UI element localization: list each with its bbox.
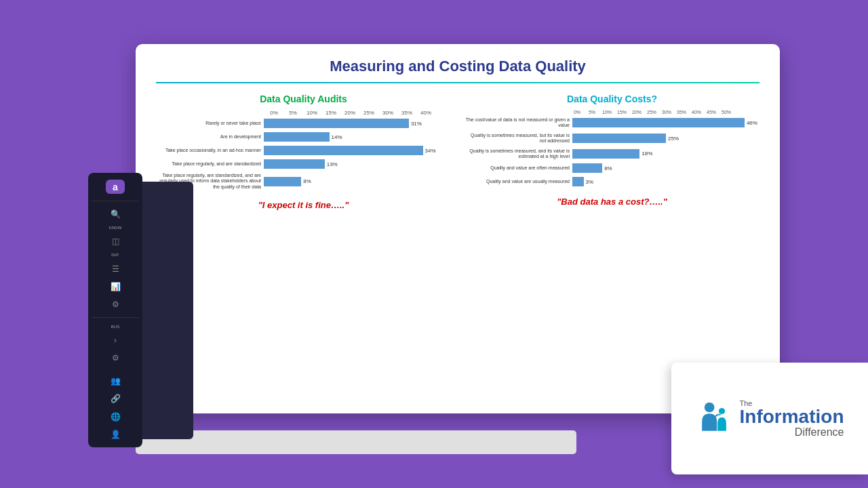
sidebar-icon-data[interactable]: ◫: [107, 235, 123, 247]
svg-point-0: [704, 403, 714, 413]
axis-5: 5%: [283, 110, 302, 116]
right-bar-track-4: 3%: [572, 177, 760, 186]
right-bar-value-0: 46%: [747, 120, 757, 126]
left-bar-track-4: 8%: [264, 177, 451, 186]
right-bar-row-0: The cost/value of data is not measured o…: [465, 117, 760, 129]
left-bar-value-2: 34%: [425, 148, 436, 154]
sidebar-logo[interactable]: a: [106, 180, 125, 194]
sidebar: a 🔍 KNOW ◫ DAT ☰ 📊 ⚙ BUS › ⚙ 👥 🔗 🌐 👤: [88, 173, 142, 447]
right-bar-label-0: The cost/value of data is not measured o…: [465, 117, 570, 129]
right-bar-fill-0: [572, 118, 745, 127]
left-bar-label-1: Are in development: [156, 134, 261, 140]
right-chart-axis: 0% 5% 10% 15% 20% 25% 30% 35% 40% 45% 50…: [570, 110, 760, 115]
left-bar-fill-0: [264, 119, 409, 128]
left-chart-axis: 0% 5% 10% 15% 20% 25% 30% 35% 40%: [264, 110, 451, 116]
right-bar-value-1: 25%: [668, 136, 679, 142]
sidebar-divider: [92, 201, 139, 201]
right-bar-track-0: 46%: [572, 118, 760, 127]
raxis-40: 40%: [689, 110, 704, 115]
left-bar-fill-3: [264, 159, 325, 169]
raxis-0: 0%: [570, 110, 585, 115]
sidebar-icon-settings[interactable]: ⚙: [107, 298, 123, 310]
slide-container: Measuring and Costing Data Quality Data …: [136, 44, 780, 413]
sidebar-label-dat: DAT: [111, 253, 119, 257]
left-bar-fill-4: [264, 177, 301, 186]
raxis-30: 30%: [659, 110, 674, 115]
sidebar-icon-network[interactable]: 🌐: [107, 411, 123, 423]
right-quote: "Bad data has a cost?…..": [465, 197, 760, 207]
raxis-45: 45%: [704, 110, 719, 115]
axis-20: 20%: [340, 110, 359, 116]
right-bar-row-2: Quality is sometimes measured, and its v…: [465, 148, 760, 160]
left-quote: "I expect it is fine…..": [156, 200, 451, 210]
right-bar-row-3: Quality and value are often measured 8%: [465, 163, 760, 173]
right-bar-track-1: 25%: [572, 134, 760, 143]
left-bar-row-2: Take place occasionally, in an ad-hoc ma…: [156, 146, 451, 155]
right-bar-fill-1: [572, 134, 666, 143]
raxis-35: 35%: [674, 110, 689, 115]
sidebar-icon-expand2[interactable]: ⚙: [107, 352, 123, 364]
charts-row: Data Quality Audits 0% 5% 10% 15% 20% 25…: [156, 94, 760, 210]
right-bar-row-1: Quality is sometimes measured, but its v…: [465, 133, 760, 144]
left-bar-row-1: Are in development 14%: [156, 132, 451, 142]
axis-35: 35%: [397, 110, 416, 116]
left-bar-row-0: Rarely or never take place 31%: [156, 119, 451, 128]
left-bar-track-1: 14%: [264, 132, 451, 142]
right-bar-label-1: Quality is sometimes measured, but its v…: [465, 133, 570, 144]
right-bar-row-4: Quality and value are usually measured 3…: [465, 177, 760, 186]
right-bar-value-2: 18%: [642, 150, 652, 157]
sidebar-icon-expand1[interactable]: ›: [107, 334, 123, 346]
right-bar-chart: The cost/value of data is not measured o…: [465, 117, 760, 186]
svg-point-1: [718, 408, 724, 414]
slide-divider: [156, 82, 760, 83]
sidebar-icon-link[interactable]: 🔗: [107, 392, 123, 405]
axis-10: 10%: [302, 110, 321, 116]
raxis-15: 15%: [614, 110, 629, 115]
sidebar-icon-search[interactable]: 🔍: [107, 208, 123, 220]
sidebar-label-bus: BUS: [111, 325, 119, 329]
left-bar-label-0: Rarely or never take place: [156, 121, 261, 126]
left-bar-value-0: 31%: [411, 121, 422, 127]
left-bar-row-3: Take place regularly, and are standardiz…: [156, 159, 451, 169]
slide-title: Measuring and Costing Data Quality: [156, 58, 760, 75]
right-bar-value-4: 3%: [586, 179, 594, 185]
raxis-50: 50%: [719, 110, 734, 115]
sidebar-divider-2: [92, 317, 139, 318]
sidebar-icon-chart[interactable]: 📊: [107, 281, 123, 293]
left-bar-value-4: 8%: [303, 178, 311, 184]
left-chart: Data Quality Audits 0% 5% 10% 15% 20% 25…: [156, 94, 451, 210]
right-chart-title: Data Quality Costs?: [465, 94, 760, 104]
bottom-bar: [136, 430, 576, 454]
sidebar-icon-users[interactable]: 👥: [107, 375, 123, 387]
raxis-5: 5%: [585, 110, 599, 115]
sidebar-label-know: KNOW: [109, 226, 122, 230]
left-bar-label-3: Take place regularly, and are standardiz…: [156, 161, 261, 167]
left-bar-value-1: 14%: [332, 134, 342, 140]
left-bar-fill-1: [264, 132, 330, 142]
right-bar-fill-3: [572, 163, 602, 173]
logo-information-text: Information: [740, 407, 844, 426]
right-bar-label-4: Quality and value are usually measured: [465, 179, 570, 184]
sidebar-icon-list[interactable]: ☰: [107, 262, 123, 274]
right-bar-label-3: Quality and value are often measured: [465, 165, 570, 171]
raxis-20: 20%: [629, 110, 644, 115]
info-diff-icon: [696, 400, 733, 437]
axis-25: 25%: [359, 110, 378, 116]
logo-figure: The Information Difference: [696, 399, 844, 439]
left-bar-track-0: 31%: [264, 119, 451, 128]
right-chart: Data Quality Costs? 0% 5% 10% 15% 20% 25…: [465, 94, 760, 210]
left-bar-fill-2: [264, 146, 423, 155]
sidebar-icon-user[interactable]: 👤: [107, 428, 123, 441]
axis-15: 15%: [321, 110, 340, 116]
left-chart-title: Data Quality Audits: [156, 94, 451, 104]
right-bar-fill-2: [572, 149, 639, 159]
raxis-25: 25%: [644, 110, 659, 115]
axis-0: 0%: [264, 110, 283, 116]
axis-40: 40%: [416, 110, 435, 116]
left-bar-chart: Rarely or never take place 31% Are in de…: [156, 119, 451, 190]
left-bar-track-2: 34%: [264, 146, 451, 155]
logo-text-group: The Information Difference: [740, 399, 844, 439]
info-diff-card: The Information Difference: [671, 363, 868, 474]
right-bar-track-2: 18%: [572, 149, 760, 159]
left-bar-label-2: Take place occasionally, in an ad-hoc ma…: [156, 148, 261, 153]
